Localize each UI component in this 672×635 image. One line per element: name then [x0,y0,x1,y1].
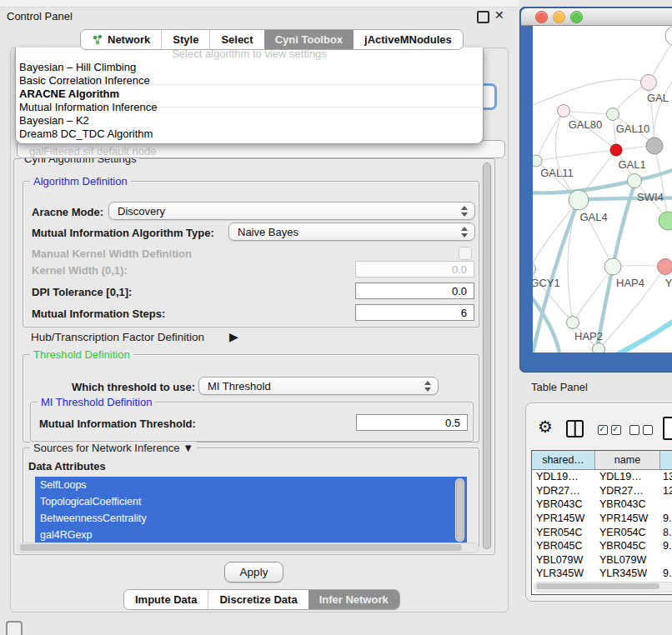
cell-name: YPR145W [595,512,660,524]
window-zoom-button[interactable] [570,11,583,23]
network-window-titlebar[interactable] [521,8,672,26]
deselect-all-checkboxes-icon[interactable] [629,425,653,435]
dropdown-item-bayesian-k2[interactable]: Bayesian – K2 [16,114,483,128]
node-gal4[interactable] [569,190,589,210]
aracne-mode-combobox[interactable]: Discovery [108,202,475,220]
tab-select[interactable]: Select [209,30,263,49]
network-canvas[interactable]: GAL GAL80 GAL10 GAL1 GAL11 SWI4 GAL4 GCY… [533,26,672,352]
mi-threshold-field[interactable]: 0.5 [356,414,468,431]
tab-discretize-data[interactable]: Discretize Data [208,590,308,609]
aracne-mode-value: Discovery [118,205,165,218]
node-gal1-red[interactable] [610,144,622,156]
threshold-definition-title: Threshold Definition [30,348,133,361]
table-panel: ⚙ shared… name YDL19… YDL19… 13 YDR27… Y… [525,402,672,602]
hub-definition-label: Hub/Transcription Factor Definition [31,331,204,343]
apply-button-label: Apply [240,566,268,578]
table-hscrollbar-thumb[interactable] [536,583,659,589]
window-minimize-button[interactable] [553,11,565,23]
dropdown-item-bayesian-hill[interactable]: Bayesian – Hill Climbing [16,61,483,74]
mi-steps-field[interactable]: 6 [355,304,474,321]
cell-value: 9. [660,568,672,579]
tab-infer-network[interactable]: Infer Network [308,590,399,609]
table-settings-gear-icon[interactable]: ⚙ [538,418,553,436]
which-threshold-label: Which threshold to use: [72,381,195,393]
cell-value: 9. [660,540,672,552]
tab-impute-data[interactable]: Impute Data [124,590,208,609]
settings-scrollbar-thumb[interactable] [483,162,491,549]
table-scrollbar-horizontal[interactable] [534,582,672,592]
new-table-icon[interactable] [663,417,672,440]
hub-expand-arrow-icon[interactable]: ▶ [229,330,238,343]
column-header-partial[interactable] [660,451,672,469]
mi-steps-value: 6 [461,307,467,319]
network-icon [92,34,103,45]
table-row[interactable]: YLR345W YLR345W 9. [532,567,672,581]
algorithm-definition-title: Algorithm Definition [30,175,131,188]
node-gal10[interactable] [607,108,619,121]
tab-network[interactable]: Network [81,30,161,49]
node-unlabeled-top[interactable] [665,26,672,46]
node-gal80[interactable] [558,105,570,118]
attributes-scrollbar-thumb[interactable] [456,479,464,541]
dropdown-item-basic-correlation[interactable]: Basic Correlation Inference [16,74,483,88]
node-bright-green[interactable] [659,212,672,230]
dropdown-item-dream8[interactable]: Dream8 DC_TDC Algorithm [16,128,483,141]
node-gal11[interactable] [533,155,542,167]
table-row[interactable]: YER054C YER054C 8. [532,525,672,539]
select-all-checkboxes-icon[interactable] [598,425,621,435]
column-view-icon[interactable] [566,420,584,438]
settings-scrollbar-horizontal[interactable] [18,542,479,553]
cell-shared-name: YDL19… [532,471,595,482]
table-row[interactable]: YBR043C YBR043C [532,498,672,512]
node-bottom-partial[interactable] [593,343,605,353]
mi-threshold-group: MI Threshold Definition Mutual Informati… [30,402,474,442]
list-item-gal4rgexp[interactable]: gal4RGexp [35,527,467,543]
node-gal-partial[interactable] [641,75,657,91]
node-swi4[interactable] [628,174,642,188]
cell-name: YBR045C [595,540,660,552]
stepper-arrows-icon [460,205,469,218]
tab-jactivemnodules[interactable]: jActiveMNodules [354,30,463,49]
node-hap2[interactable] [567,317,579,329]
tab-jactivemnodules-label: jActiveMNodules [364,33,452,46]
dropdown-item-mutual-information[interactable]: Mutual Information Inference [16,101,483,114]
close-panel-icon[interactable]: ✕ [494,8,504,22]
attributes-scrollbar-vertical[interactable] [455,478,464,542]
dpi-tolerance-field[interactable]: 0.0 [355,282,474,299]
node-hap4[interactable] [604,258,621,275]
list-item-selfloops[interactable]: SelfLoops [35,477,467,493]
dpi-tolerance-label: DPI Tolerance [0,1]: [32,286,132,298]
cell-shared-name: YDR27… [532,485,595,497]
table-row[interactable]: YDL19… YDL19… 13 [532,470,672,484]
node-gcy1[interactable] [533,263,536,276]
network-view-window: GAL GAL80 GAL10 GAL1 GAL11 SWI4 GAL4 GCY… [519,7,672,372]
table-row[interactable]: YDR27… YDR27… 12 [532,484,672,498]
table-row[interactable]: YBR045C YBR045C 9. [532,539,672,553]
table-row[interactable]: YBL079W YBL079W [532,553,672,568]
tab-style[interactable]: Style [161,30,209,49]
list-item-betweennesscentrality[interactable]: BetweennessCentrality [35,510,467,527]
settings-scrollbar-vertical[interactable] [482,162,492,550]
table-row[interactable]: YPR145W YPR145W 9. [532,512,672,526]
window-close-button[interactable] [535,11,548,23]
column-header-shared-name[interactable]: shared… [532,451,595,469]
restore-panel-icon[interactable] [6,621,23,635]
which-threshold-combobox[interactable]: MI Threshold [198,377,439,395]
settings-hscrollbar-thumb[interactable] [20,544,462,551]
mi-type-combobox[interactable]: Naive Bayes [228,222,475,241]
list-item-topologicalcoefficient[interactable]: TopologicalCoefficient [35,493,467,510]
manual-kernel-checkbox[interactable] [459,247,472,260]
dropdown-item-aracne[interactable]: ARACNE Algorithm [16,88,483,101]
node-table: shared… name YDL19… YDL19… 13 YDR27… YDR… [531,450,672,595]
cell-value: 13 [660,471,672,482]
kernel-width-field[interactable]: 0.0 [355,261,474,278]
node-salmon[interactable] [658,259,672,275]
float-panel-icon[interactable] [477,11,489,23]
node-gray[interactable] [646,138,663,154]
mi-type-label: Mutual Information Algorithm Type: [32,227,214,239]
cell-value: 9. [660,512,672,524]
sources-collapse-arrow-icon[interactable]: ▼ [183,442,193,454]
column-header-name[interactable]: name [595,451,660,469]
apply-button[interactable]: Apply [224,562,283,582]
tab-cyni-toolbox[interactable]: Cyni Toolbox [264,30,354,49]
